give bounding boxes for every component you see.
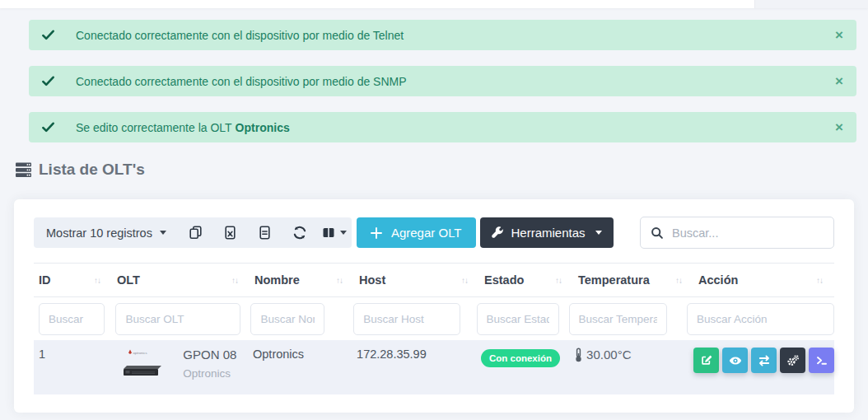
view-button[interactable] [722,348,748,373]
cell-id: 1 [34,348,111,394]
status-badge: Con conexión [481,349,560,367]
chevron-down-icon [160,231,166,235]
gears-icon [786,354,800,367]
alert-message-bold: Optronics [236,121,290,134]
column-header-id[interactable]: ID↑↓ [34,264,112,296]
add-olt-button[interactable]: Agregar OLT [357,217,476,248]
copy-button[interactable] [179,217,213,248]
column-header-olt[interactable]: OLT↑↓ [112,264,250,296]
table-search [640,217,834,249]
column-header-nombre[interactable]: Nombre↑↓ [250,264,354,296]
table-header-row: ID↑↓ OLT↑↓ Nombre↑↓ Host↑↓ Estado↑↓ Temp… [34,263,834,297]
cell-olt: optronics GPON 08 Optronics [111,348,248,394]
cell-accion [688,348,834,394]
edit-icon [700,354,712,366]
refresh-icon [292,226,307,240]
table-toolbar: Mostrar 10 registros [34,217,834,248]
alert-message: Conectado correctamente con el dispositi… [76,29,404,42]
cell-nombre: Optronics [248,348,352,394]
check-icon [42,122,54,133]
filter-input-accion[interactable] [687,303,834,335]
alert-message: Se edito correctamente la OLT [76,121,232,134]
refresh-button[interactable] [282,217,317,248]
close-icon[interactable]: × [835,74,843,88]
temperature-value: 30.00°C [586,348,631,362]
file-text-icon [258,226,272,240]
filter-input-id[interactable] [39,303,105,335]
columns-icon [322,226,335,239]
table-row: 1 optronics GPON 08 Optronics Optronics … [34,340,834,394]
sort-icon[interactable]: ↑↓ [816,276,823,285]
plus-icon [371,227,382,239]
alert-telnet-success: Conectado correctamente con el dispositi… [29,20,856,50]
show-entries-label: Mostrar 10 registros [46,226,152,240]
thermometer-icon [574,348,583,362]
check-icon [42,76,54,86]
chevron-down-icon [595,231,602,235]
copy-icon [189,226,203,240]
filter-input-host[interactable] [353,303,460,335]
export-button-group: Mostrar 10 registros [34,217,352,248]
sort-icon[interactable]: ↑↓ [94,276,100,285]
transfer-button[interactable] [751,348,777,373]
filter-input-olt[interactable] [115,303,240,335]
olt-device-image: optronics [119,348,168,379]
cell-estado: Con conexión [476,348,569,394]
sort-icon[interactable]: ↑↓ [461,276,468,285]
olt-brand: Optronics [183,367,236,380]
column-header-host[interactable]: Host↑↓ [354,264,479,296]
navbar-dropdown-panel [754,0,868,8]
top-navbar [0,0,868,8]
svg-text:optronics: optronics [133,351,147,355]
edit-button[interactable] [693,348,719,373]
excel-export-button[interactable] [213,217,248,248]
sort-icon[interactable]: ↑↓ [336,276,343,285]
cell-temperatura: 30.00°C [569,348,688,394]
add-olt-label: Agregar OLT [391,226,462,240]
page-title-text: Lista de OLT's [39,161,145,179]
sort-icon[interactable]: ↑↓ [555,276,562,285]
show-entries-dropdown[interactable]: Mostrar 10 registros [34,217,179,248]
close-icon[interactable]: × [835,120,843,134]
alert-message: Conectado correctamente con el dispositi… [76,75,407,88]
terminal-icon [815,354,828,367]
terminal-button[interactable] [809,348,834,373]
cell-host: 172.28.35.99 [352,348,476,394]
table-filter-row [34,297,834,340]
tools-label: Herramientas [511,226,586,240]
chevron-down-icon [340,231,347,235]
alert-edit-success: Se edito correctamente la OLTOptronics × [29,112,856,142]
wrench-icon [492,226,504,239]
close-icon[interactable]: × [835,28,843,42]
excel-icon [223,226,237,240]
filter-input-nombre[interactable] [250,303,324,335]
check-icon [42,30,54,40]
file-export-button[interactable] [248,217,282,248]
search-icon [651,226,664,240]
olt-list-card: Mostrar 10 registros [14,199,854,413]
exchange-arrows-icon [758,354,771,367]
column-header-accion[interactable]: Acción↑↓ [693,264,834,296]
sort-icon[interactable]: ↑↓ [675,276,682,285]
column-header-estado[interactable]: Estado↑↓ [479,264,573,296]
alerts-container: Conectado correctamente con el dispositi… [29,20,856,142]
filter-input-estado[interactable] [477,303,559,335]
tools-dropdown-button[interactable]: Herramientas [480,217,614,248]
eye-icon [729,354,742,367]
olt-model: GPON 08 [183,348,236,362]
server-icon [15,162,32,178]
search-input[interactable] [672,226,824,240]
filter-input-temperatura[interactable] [569,303,667,335]
column-visibility-button[interactable] [317,217,352,248]
settings-button[interactable] [780,348,805,373]
page-title: Lista de OLT's [15,161,868,179]
sort-icon[interactable]: ↑↓ [231,276,238,285]
alert-snmp-success: Conectado correctamente con el dispositi… [29,66,856,96]
column-header-temperatura[interactable]: Temperatura↑↓ [573,264,693,296]
